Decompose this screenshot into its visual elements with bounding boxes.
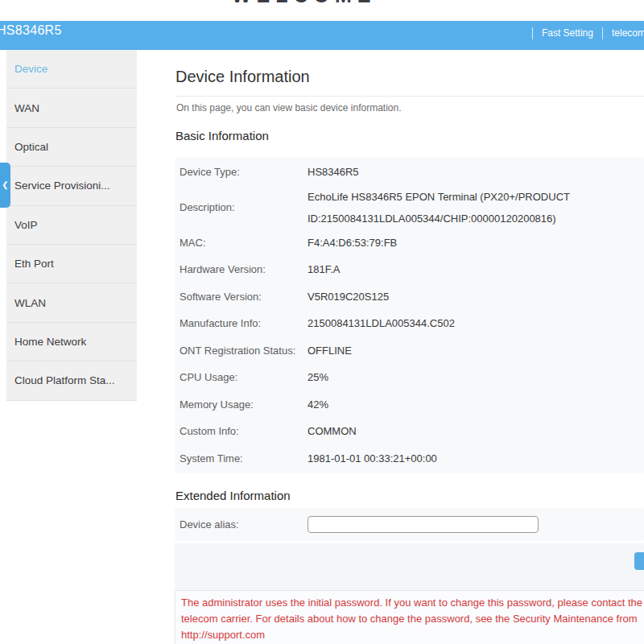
- extended-information-row: Device alias:: [175, 508, 644, 541]
- password-warning: The administrator uses the initial passw…: [175, 590, 644, 644]
- warning-line: The administrator uses the initial passw…: [181, 595, 644, 611]
- sidebar-item-label: Home Network: [14, 336, 86, 348]
- sidebar-item[interactable]: Eth Port: [6, 245, 137, 283]
- table-row: MAC: F4:A4:D6:53:79:FB: [175, 229, 644, 257]
- extended-information-heading: Extended Information: [175, 489, 291, 502]
- header-links: Fast Setting telecom: [523, 26, 644, 40]
- sidebar-item[interactable]: Device: [6, 50, 137, 89]
- sidebar-item[interactable]: VoIP: [6, 206, 137, 245]
- header-separator: [602, 27, 603, 39]
- sidebar-item-label: VoIP: [14, 219, 38, 231]
- sidebar-item-label: Eth Port: [14, 258, 54, 270]
- device-model-label: HS8346R5: [0, 23, 62, 38]
- sidebar-menu: Device WAN Optical Service Provisioni...…: [6, 50, 137, 401]
- row-label: Software Version:: [180, 291, 308, 303]
- row-label: System Time:: [180, 452, 308, 464]
- row-label: MAC:: [180, 237, 308, 249]
- row-value: 42%: [308, 394, 328, 415]
- row-label: Manufacture Info:: [180, 317, 308, 329]
- page-subtitle: On this page, you can view basic device …: [176, 102, 401, 114]
- fast-setting-link[interactable]: Fast Setting: [542, 27, 593, 39]
- table-row: System Time: 1981-01-01 00:33:21+00:00: [175, 445, 644, 473]
- row-label: Description:: [180, 201, 308, 213]
- table-row: Custom Info: COMMON: [175, 418, 644, 445]
- row-value: COMMON: [308, 420, 357, 442]
- table-row: Device Type: HS8346R5: [175, 159, 644, 186]
- row-label: Memory Usage:: [180, 398, 308, 411]
- row-label: Custom Info:: [180, 425, 308, 437]
- title-divider: [175, 96, 644, 97]
- sidebar-item-label: Optical: [14, 141, 48, 153]
- chevron-left-icon: ❮: [2, 181, 8, 189]
- main-content: Device Information On this page, you can…: [137, 50, 644, 644]
- basic-information-table: Device Type: HS8346R5 Description: EchoL…: [175, 157, 644, 473]
- row-value: OFFLINE: [308, 340, 352, 361]
- row-value: HS8346R5: [308, 161, 359, 183]
- sidebar-item[interactable]: WLAN: [6, 283, 137, 322]
- clipped-page-title: WELCOME: [232, 0, 377, 7]
- row-label: Device Type:: [180, 166, 308, 178]
- page-title: Device Information: [175, 68, 310, 86]
- logged-in-user-link[interactable]: telecom: [612, 27, 644, 39]
- apply-button[interactable]: Apply: [634, 552, 644, 570]
- row-value: EchoLife HS8346R5 EPON Terminal (PX20+/P…: [308, 186, 570, 229]
- table-row: Memory Usage: 42%: [175, 391, 644, 419]
- sidebar-item[interactable]: Home Network: [6, 323, 137, 361]
- basic-information-heading: Basic Information: [175, 129, 269, 142]
- row-label: Hardware Version:: [180, 263, 308, 275]
- sidebar-item-label: Service Provisioni...: [14, 180, 110, 192]
- row-value: F4:A4:D6:53:79:FB: [308, 232, 397, 254]
- sidebar-item[interactable]: Optical: [6, 128, 137, 167]
- row-value: 181F.A: [308, 258, 340, 280]
- sidebar-item[interactable]: Cloud Platform Sta...: [6, 361, 137, 400]
- header-separator: [532, 27, 533, 39]
- table-row: Manufacture Info: 2150084131LDLA005344.C…: [175, 310, 644, 337]
- sidebar-item[interactable]: Service Provisioni...: [6, 167, 137, 205]
- header-bar: HS8346R5 Fast Setting telecom: [0, 21, 644, 50]
- table-row: Description: EchoLife HS8346R5 EPON Term…: [175, 186, 644, 229]
- device-alias-label: Device alias:: [180, 518, 308, 530]
- table-row: Hardware Version: 181F.A: [175, 256, 644, 283]
- sidebar-item-label: WAN: [14, 102, 39, 114]
- sidebar-item-label: Cloud Platform Sta...: [14, 374, 115, 386]
- row-label: ONT Registration Status:: [180, 345, 308, 357]
- row-value: 1981-01-01 00:33:21+00:00: [308, 448, 437, 469]
- row-value: 2150084131LDLA005344.C502: [308, 312, 455, 334]
- warning-line: telecom carrier. For details about how t…: [181, 611, 644, 627]
- sidebar-item-label: WLAN: [14, 297, 46, 309]
- table-row: Software Version: V5R019C20S125: [175, 283, 644, 311]
- sidebar-item-label: Device: [14, 63, 47, 75]
- row-value: V5R019C20S125: [308, 286, 389, 308]
- table-row: CPU Usage: 25%: [175, 364, 644, 391]
- sidebar-item[interactable]: WAN: [6, 89, 137, 127]
- row-label: CPU Usage:: [180, 371, 308, 383]
- table-row: ONT Registration Status: OFFLINE: [175, 337, 644, 365]
- warning-line: http://support.com: [181, 627, 644, 643]
- device-alias-input[interactable]: [308, 516, 539, 533]
- row-value: 25%: [308, 366, 328, 388]
- sidebar-collapse-handle[interactable]: ❮: [0, 163, 10, 208]
